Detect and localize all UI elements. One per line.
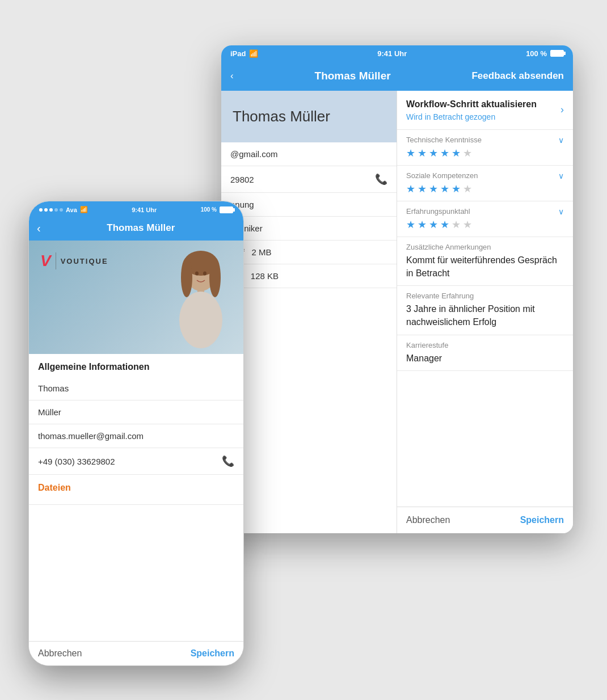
ipad-contact-header: Thomas Müller	[221, 91, 397, 142]
rating-social: Soziale Kompetenzen ∨ ★ ★ ★ ★ ★ ★	[397, 166, 573, 201]
star-s3: ★	[429, 183, 438, 195]
rating-experience: Erfahrungspunktahl ∨ ★ ★ ★ ★ ★ ★	[397, 201, 573, 237]
rating-technical-stars: ★ ★ ★ ★ ★ ★	[406, 147, 564, 159]
ipad-back-button[interactable]: ‹	[230, 70, 234, 82]
iphone-file-divider	[29, 497, 243, 505]
ipad-contact-row-techniker: echniker	[221, 217, 397, 241]
iphone-hero: V VOUTIQUE	[29, 241, 243, 354]
rating-technical-chevron[interactable]: ∨	[558, 136, 564, 145]
ipad-device-label: iPad	[230, 49, 246, 58]
star-s1: ★	[406, 183, 415, 195]
iphone-status-left: Ava 📶	[39, 206, 88, 213]
iphone-back-button[interactable]: ‹	[37, 222, 41, 235]
voutique-logo: V VOUTIQUE	[40, 252, 108, 270]
svg-point-5	[179, 292, 222, 348]
ipad-contact-name-header: Thomas Müller	[233, 108, 330, 125]
ipad-wifi-icon: 📶	[249, 49, 258, 58]
rating-social-label: Soziale Kompetenzen ∨	[406, 171, 564, 180]
dot-3	[49, 208, 53, 212]
ipad-contact-row-docx: ocx 128 KB	[221, 264, 397, 288]
rating-experience-chevron[interactable]: ∨	[558, 207, 564, 216]
dot-2	[44, 208, 48, 212]
rating-technical-label: Technische Kenntnisse ∨	[406, 136, 564, 145]
additional-notes-label: Zusätzliche Anmerkungen	[406, 243, 564, 251]
ipad-contact-row-email: @gmail.com	[221, 142, 397, 166]
star-1: ★	[406, 147, 415, 159]
iphone-phone-icon[interactable]: 📞	[222, 455, 234, 467]
ipad-device: iPad 📶 9:41 Uhr 100 % ‹ Thomas Müller Fe…	[221, 45, 573, 533]
iphone-save-button[interactable]: Speichern	[191, 648, 234, 659]
iphone-footer: Abbrechen Speichern	[29, 641, 243, 665]
rating-social-stars: ★ ★ ★ ★ ★ ★	[406, 183, 564, 195]
signal-dots	[39, 208, 63, 212]
ipad-phone-icon-1[interactable]: 📞	[375, 173, 387, 185]
star-e3: ★	[429, 218, 438, 231]
iphone-firstname: Thomas	[38, 383, 69, 393]
iphone-device: Ava 📶 9:41 Uhr 100 % ‹ Thomas Müller V V…	[28, 201, 244, 666]
star-e5: ★	[452, 218, 461, 231]
star-4: ★	[440, 147, 449, 159]
dot-5	[60, 208, 63, 212]
iphone-battery-icon	[220, 206, 233, 213]
ipad-nav-title: Thomas Müller	[315, 70, 391, 82]
star-2: ★	[418, 147, 427, 159]
ipad-right-content: Workflow-Schritt aktualisieren Wird in B…	[397, 91, 573, 507]
svg-point-2	[181, 258, 192, 297]
voutique-v-icon: V	[40, 252, 51, 270]
relevant-experience-label: Relevante Erfahrung	[406, 292, 564, 300]
dot-1	[39, 208, 43, 212]
rating-technical: Technische Kenntnisse ∨ ★ ★ ★ ★ ★ ★	[397, 130, 573, 166]
iphone-status-bar: Ava 📶 9:41 Uhr 100 %	[29, 201, 243, 216]
workflow-section[interactable]: Workflow-Schritt aktualisieren Wird in B…	[397, 91, 573, 130]
iphone-email: thomas.mueller@gmail.com	[38, 431, 144, 441]
ipad-battery-label: 100 %	[526, 49, 547, 58]
relevant-experience-section: Relevante Erfahrung 3 Jahre in ähnlicher…	[397, 286, 573, 335]
ipad-save-button[interactable]: Speichern	[520, 515, 564, 525]
star-e1: ★	[406, 218, 415, 231]
iphone-nav-title: Thomas Müller	[47, 222, 235, 234]
ipad-contact-row-pdf: .pdf 2 MB	[221, 241, 397, 264]
star-6: ★	[463, 147, 472, 159]
ipad-cancel-button[interactable]: Abbrechen	[406, 515, 450, 525]
iphone-wifi-icon: 📶	[80, 206, 88, 213]
voutique-divider	[56, 252, 56, 269]
ipad-nav-bar: ‹ Thomas Müller Feedback absenden	[221, 61, 573, 91]
star-3: ★	[429, 147, 438, 159]
iphone-status-right: 100 %	[201, 206, 233, 213]
ipad-left-panel: Thomas Müller @gmail.com 29802 📞 nnung e…	[221, 91, 397, 533]
star-e2: ★	[418, 218, 427, 231]
iphone-field-firstname: Thomas	[29, 377, 243, 400]
iphone-phone: +49 (030) 33629802	[38, 457, 115, 466]
ipad-status-bar: iPad 📶 9:41 Uhr 100 %	[221, 45, 573, 61]
workflow-text: Workflow-Schritt aktualisieren Wird in B…	[406, 99, 537, 121]
iphone-body: Allgemeine Informationen Thomas Müller t…	[29, 354, 243, 641]
workflow-chevron-icon: ›	[560, 104, 564, 116]
voutique-text: VOUTIQUE	[61, 257, 108, 265]
iphone-field-lastname: Müller	[29, 400, 243, 424]
workflow-title: Workflow-Schritt aktualisieren	[406, 99, 537, 111]
iphone-field-email: thomas.mueller@gmail.com	[29, 424, 243, 448]
iphone-battery-label: 100 %	[201, 206, 217, 213]
ipad-time: 9:41 Uhr	[377, 49, 407, 58]
person-image	[153, 246, 243, 354]
iphone-time: 9:41 Uhr	[132, 206, 157, 213]
star-e4: ★	[440, 218, 449, 231]
svg-point-3	[209, 258, 221, 297]
iphone-back-chevron: ‹	[37, 222, 41, 235]
ipad-nav-action-button[interactable]: Feedback absenden	[471, 70, 564, 82]
ipad-contact-row-nnung: nnung	[221, 193, 397, 217]
iphone-cancel-button[interactable]: Abbrechen	[38, 648, 82, 659]
ipad-contact-details: @gmail.com 29802 📞 nnung echniker .pdf 2…	[221, 142, 397, 533]
iphone-field-phone: +49 (030) 33629802 📞	[29, 448, 243, 475]
ipad-battery-icon	[550, 50, 564, 57]
rating-experience-label: Erfahrungspunktahl ∨	[406, 207, 564, 216]
rating-experience-stars: ★ ★ ★ ★ ★ ★	[406, 218, 564, 231]
ipad-status-left: iPad 📶	[230, 49, 258, 58]
ipad-content: Thomas Müller @gmail.com 29802 📞 nnung e…	[221, 91, 573, 533]
rating-social-chevron[interactable]: ∨	[558, 171, 564, 180]
iphone-general-info-title: Allgemeine Informationen	[29, 354, 243, 377]
relevant-experience-text: 3 Jahre in ähnlicher Position mit nachwe…	[406, 302, 564, 328]
career-level-text: Manager	[406, 352, 564, 365]
svg-point-6	[195, 272, 199, 276]
ipad-contact-row-phone1: 29802 📞	[221, 166, 397, 193]
